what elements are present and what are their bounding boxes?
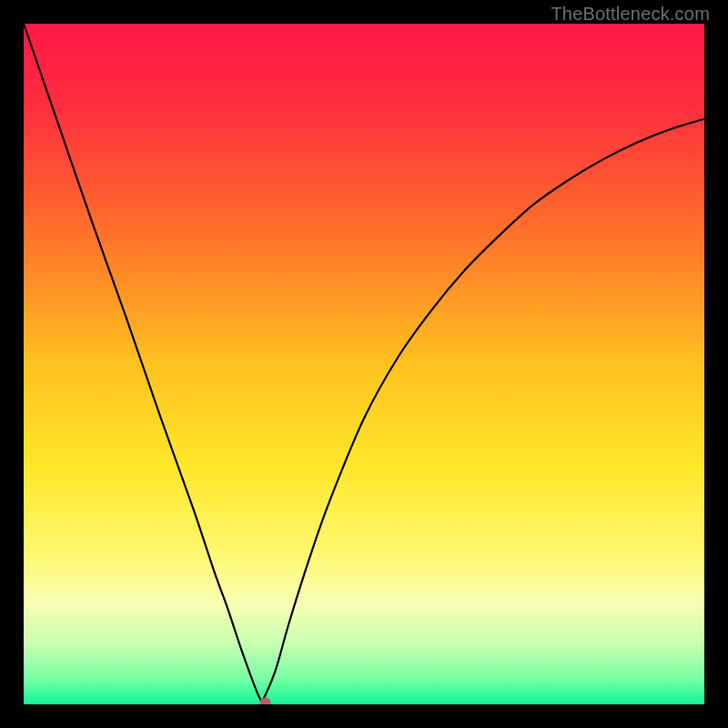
bottleneck-chart [24,24,704,704]
watermark-text: TheBottleneck.com [551,4,710,25]
plot-background [24,24,704,704]
